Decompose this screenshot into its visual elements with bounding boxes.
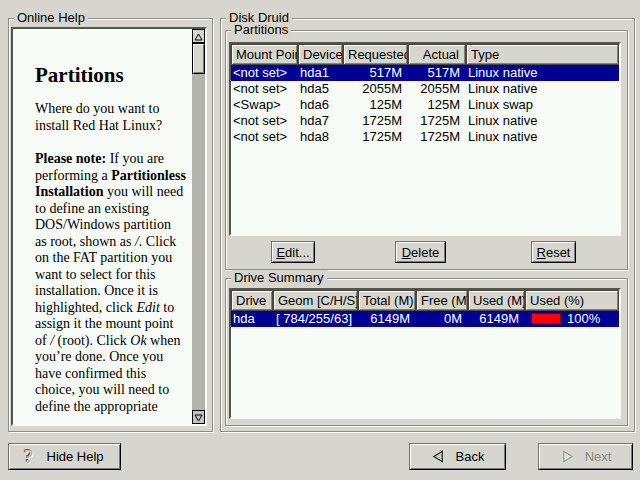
cell-device: hda5 [298, 81, 343, 97]
online-help-frame-label: Online Help [14, 10, 88, 25]
help-intro: Where do you want to install Red Hat Lin… [35, 101, 186, 134]
help-note-segment: Please note: [35, 151, 110, 166]
cell-requested: 2055M [343, 81, 408, 97]
edit-button[interactable]: Edit... [271, 241, 315, 263]
used-percent-value: 100% [567, 311, 600, 326]
column-header-used-m[interactable]: Used (M) [468, 290, 525, 311]
cell-used-m: 6149M [468, 311, 525, 327]
column-header-drive[interactable]: Drive [231, 290, 273, 311]
used-percent-bar [531, 313, 561, 324]
cell-free: 0M [416, 311, 468, 327]
cell-total: 6149M [358, 311, 416, 327]
drive-row-hda[interactable]: hda [ 784/255/63] 6149M 0M 6149M 100% [231, 311, 619, 327]
online-help-frame: Online Help Partitions Where do you want… [8, 18, 213, 432]
cell-type: Linux native [466, 65, 619, 81]
cell-type: Linux native [466, 81, 619, 97]
cell-device: hda1 [298, 65, 343, 81]
delete-button-mnemonic: D [402, 245, 411, 260]
column-header-used-pct[interactable]: Used (%) [525, 290, 619, 311]
back-button-label: Back [456, 449, 485, 464]
installer-window: Online Help Partitions Where do you want… [0, 0, 640, 480]
help-note: Please note: If you are performing a Par… [35, 151, 186, 415]
partition-row-hda7[interactable]: <not set> hda7 1725M 1725M Linux native [231, 113, 619, 129]
reset-button-label: eset [546, 245, 571, 260]
partitions-frame: Partitions Mount Point Device Requested … [225, 30, 628, 270]
delete-button-label: elete [411, 245, 439, 260]
cell-requested: 1725M [343, 129, 408, 145]
column-header-free[interactable]: Free (M) [416, 290, 468, 311]
cell-type: Linux native [466, 129, 619, 145]
next-button[interactable]: Next [538, 443, 633, 470]
cell-mount: <not set> [231, 113, 298, 129]
cell-actual: 1725M [408, 113, 466, 129]
help-scrollbar[interactable] [192, 29, 205, 424]
column-header-device[interactable]: Device [298, 44, 343, 65]
cell-actual: 125M [408, 97, 466, 113]
cell-device: hda8 [298, 129, 343, 145]
partitions-frame-label: Partitions [231, 22, 291, 37]
scroll-down-icon [194, 410, 203, 425]
disk-druid-frame: Disk Druid Partitions Mount Point Device… [220, 18, 635, 432]
drive-summary-table-header: Drive Geom [C/H/S] Total (M) Free (M) Us… [231, 290, 619, 311]
edit-button-label: dit... [285, 245, 310, 260]
cell-device: hda6 [298, 97, 343, 113]
cell-geom: [ 784/255/63] [273, 311, 358, 327]
delete-button[interactable]: Delete [395, 241, 446, 263]
cell-type: Linux native [466, 113, 619, 129]
edit-button-mnemonic: E [276, 245, 285, 260]
help-content: Partitions Where do you want to install … [13, 29, 192, 424]
scroll-thumb[interactable] [192, 43, 205, 74]
partition-row-hda5[interactable]: <not set> hda5 2055M 2055M Linux native [231, 81, 619, 97]
cell-requested: 125M [343, 97, 408, 113]
cell-mount: <not set> [231, 65, 298, 81]
cell-used-pct: 100% [525, 311, 619, 327]
reset-button-mnemonic: R [537, 245, 546, 260]
cell-actual: 517M [408, 65, 466, 81]
next-arrow-icon [560, 449, 575, 464]
cell-requested: 1725M [343, 113, 408, 129]
column-header-requested[interactable]: Requested [343, 44, 408, 65]
help-note-segment: Ok [130, 333, 146, 348]
scroll-down-button[interactable] [192, 410, 205, 424]
partition-row-hda6[interactable]: <Swap> hda6 125M 125M Linux swap [231, 97, 619, 113]
help-viewport: Partitions Where do you want to install … [11, 27, 207, 426]
drive-summary-table: Drive Geom [C/H/S] Total (M) Free (M) Us… [229, 288, 621, 419]
partitions-table-header: Mount Point Device Requested Actual Type [231, 44, 619, 65]
reset-button[interactable]: Reset [531, 241, 576, 263]
back-button[interactable]: Back [409, 443, 506, 470]
drive-summary-frame: Drive Summary Drive Geom [C/H/S] Total (… [225, 278, 628, 426]
cell-actual: 2055M [408, 81, 466, 97]
scroll-up-button[interactable] [192, 29, 205, 43]
drive-summary-frame-label: Drive Summary [231, 270, 327, 285]
hide-help-button[interactable]: ? Hide Help [8, 443, 121, 470]
partitions-table: Mount Point Device Requested Actual Type… [229, 42, 621, 236]
next-button-label: Next [585, 449, 612, 464]
column-header-total[interactable]: Total (M) [358, 290, 416, 311]
help-note-segment: (root). Click [54, 333, 130, 348]
column-header-actual[interactable]: Actual [408, 44, 466, 65]
cell-mount: <not set> [231, 129, 298, 145]
hide-help-button-label: Hide Help [47, 449, 104, 464]
cell-requested: 517M [343, 65, 408, 81]
cell-drive: hda [231, 311, 273, 327]
help-title: Partitions [35, 63, 186, 87]
cell-mount: <not set> [231, 81, 298, 97]
cell-actual: 1725M [408, 129, 466, 145]
cell-device: hda7 [298, 113, 343, 129]
column-header-geom[interactable]: Geom [C/H/S] [273, 290, 358, 311]
partition-row-hda1[interactable]: <not set> hda1 517M 517M Linux native [231, 65, 619, 81]
cell-type: Linux swap [466, 97, 619, 113]
partition-row-hda8[interactable]: <not set> hda8 1725M 1725M Linux native [231, 129, 619, 145]
scroll-up-icon [194, 29, 203, 44]
back-arrow-icon [431, 449, 446, 464]
column-header-type[interactable]: Type [466, 44, 619, 65]
help-note-segment: Edit [136, 300, 159, 315]
column-header-mount-point[interactable]: Mount Point [231, 44, 298, 65]
cell-mount: <Swap> [231, 97, 298, 113]
question-mark-icon: ? [24, 447, 34, 466]
